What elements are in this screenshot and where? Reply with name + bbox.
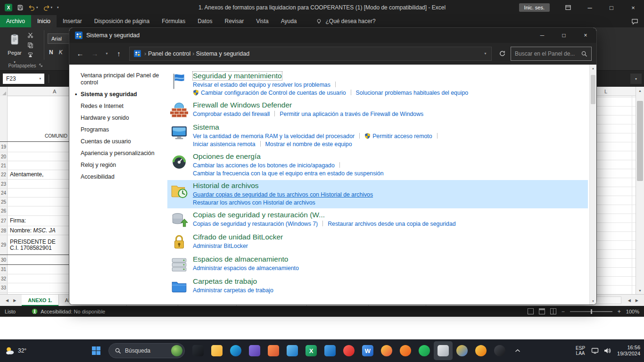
tell-me-box[interactable]: ¿Qué desea hacer? (316, 15, 375, 27)
brave-taskbar-button[interactable] (396, 341, 415, 360)
cell[interactable] (8, 197, 69, 206)
cell[interactable]: Nombre: MSC. JA (8, 226, 69, 235)
maximize-button[interactable]: □ (553, 28, 575, 43)
sidebar-item[interactable]: •Sistema y seguridad (81, 91, 160, 98)
zoom-slider[interactable] (570, 311, 612, 312)
clipboard-dialog-launcher-icon[interactable] (39, 63, 43, 67)
scroll-down-icon[interactable]: ▼ (590, 297, 596, 304)
row-header[interactable]: 27 (0, 216, 8, 226)
name-box-dropdown-icon[interactable]: ▾ (39, 77, 41, 81)
tab-scroll-left-icon[interactable]: ◀ (6, 298, 8, 303)
powerpoint-taskbar-button[interactable] (264, 341, 283, 360)
cell[interactable] (8, 152, 69, 161)
category-title[interactable]: Copias de seguridad y restauración (W... (193, 211, 325, 219)
start-button[interactable] (88, 342, 105, 359)
control-panel-search[interactable] (511, 47, 592, 61)
undo-dropdown-icon[interactable]: ▾ (36, 6, 38, 9)
row-header[interactable]: 24 (0, 189, 8, 197)
minimize-button[interactable]: ─ (531, 28, 553, 43)
row-header[interactable]: 31 (0, 265, 8, 274)
breadcrumb-item[interactable]: Sistema y seguridad (196, 50, 249, 57)
format-painter-icon[interactable] (27, 52, 33, 58)
italic-button[interactable]: K (59, 49, 63, 56)
redo-icon[interactable]: ▾ (43, 4, 53, 11)
address-bar[interactable]: › Panel de control › Sistema y seguridad… (129, 47, 492, 61)
task-link[interactable]: Cambiar la frecuencia con la que el equi… (193, 170, 384, 177)
file-explorer-taskbar-button[interactable] (207, 341, 226, 360)
edge-taskbar-button[interactable] (226, 341, 245, 360)
task-link[interactable]: Restaurar archivos desde una copia de se… (328, 221, 455, 227)
minimize-button[interactable]: ─ (579, 0, 601, 15)
excel-app-icon[interactable]: X (5, 4, 12, 11)
cell[interactable] (8, 206, 69, 215)
category-title[interactable]: Sistema (193, 123, 219, 132)
chrome-beta-taskbar-button[interactable] (471, 341, 490, 360)
onedrive-taskbar-button[interactable] (321, 341, 339, 360)
task-link[interactable]: Solucionar problemas habituales del equi… (356, 90, 469, 96)
category-title[interactable]: Historial de archivos (193, 181, 259, 190)
content-scrollbar[interactable]: ▲ ▼ (589, 65, 596, 304)
category-title[interactable]: Seguridad y mantenimiento (193, 72, 282, 80)
name-box[interactable]: F23 ▾ (3, 74, 44, 84)
zoom-level[interactable]: 100% (626, 309, 639, 314)
ribbon-tab-revisar[interactable]: Revisar (219, 15, 250, 27)
task-link[interactable]: Comprobar estado del firewall (193, 111, 270, 117)
forward-button[interactable]: → (89, 48, 101, 60)
scroll-thumb[interactable] (591, 75, 595, 104)
ribbon-tab-datos[interactable]: Datos (191, 15, 218, 27)
category-title[interactable]: Firewall de Windows Defender (193, 101, 292, 109)
vertical-scrollbar[interactable]: ▲ ▼ (636, 87, 644, 294)
column-header-l[interactable]: L (604, 87, 607, 96)
taskbar-search[interactable]: Búsqueda (108, 343, 185, 358)
cell[interactable] (8, 142, 69, 152)
search-input[interactable] (515, 50, 578, 57)
row-header[interactable]: 19 (0, 142, 8, 152)
task-link[interactable]: Revisar el estado del equipo y resolver … (193, 82, 330, 88)
accessibility-status[interactable]: Accesibilidad: No disponible (32, 308, 105, 314)
page-break-view-icon[interactable] (550, 308, 556, 314)
chrome-taskbar-button[interactable] (453, 341, 471, 360)
scroll-down-icon[interactable]: ▼ (636, 287, 644, 294)
ribbon-tab-archivo[interactable]: Archivo (0, 15, 31, 27)
ribbon-tab-insertar[interactable]: Insertar (57, 15, 88, 27)
cut-icon[interactable] (27, 32, 33, 38)
cell[interactable] (8, 265, 69, 274)
snipping-tool-taskbar-button[interactable] (434, 341, 453, 360)
zoom-in-icon[interactable]: + (618, 308, 621, 315)
opera-taskbar-button[interactable] (339, 341, 358, 360)
task-link[interactable]: Administrar BitLocker (193, 243, 248, 249)
row-header[interactable]: 33 (0, 283, 8, 292)
customize-quick-access-icon[interactable]: ▾ (57, 6, 59, 9)
page-layout-view-icon[interactable] (539, 308, 545, 314)
cell[interactable] (8, 283, 69, 292)
close-button[interactable]: × (622, 0, 644, 15)
category-title[interactable]: Espacios de almacenamiento (193, 255, 288, 263)
cell[interactable] (8, 255, 69, 264)
task-link[interactable]: Iniciar asistencia remota (193, 141, 256, 148)
task-link[interactable]: Permitir acceso remoto (364, 133, 432, 140)
task-link[interactable]: Ver la cantidad de memoria RAM y la velo… (193, 133, 355, 140)
mail-taskbar-button[interactable] (283, 341, 302, 360)
recent-pages-icon[interactable]: ▼ (103, 48, 110, 60)
ribbon-tab-fórmulas[interactable]: Fórmulas (156, 15, 191, 27)
excel-taskbar-button[interactable]: X (302, 341, 321, 360)
row-header[interactable]: 25 (0, 197, 8, 206)
sheet-tab[interactable]: ANEXO 1. (22, 295, 58, 306)
row-header[interactable]: 22 (0, 170, 8, 179)
row-header[interactable]: 23 (0, 180, 8, 188)
ribbon-tab-ayuda[interactable]: Ayuda (275, 15, 303, 27)
task-link[interactable]: Administrar espacios de almacenamiento (193, 265, 299, 272)
search-icon[interactable] (581, 50, 587, 57)
weather-widget[interactable]: 32° (5, 339, 26, 362)
sidebar-item[interactable]: Programas (81, 126, 160, 133)
control-panel-titlebar[interactable]: Sistema y seguridad ─ □ × (69, 28, 596, 43)
paste-button[interactable]: Pegar ▾ (4, 30, 25, 66)
row-header[interactable]: 28 (0, 226, 8, 235)
back-button[interactable]: ← (74, 48, 86, 60)
scroll-left-icon[interactable]: ◀ (628, 298, 631, 303)
vertical-scroll-thumb[interactable] (637, 101, 643, 181)
hidden-icons-chevron[interactable] (513, 345, 522, 357)
address-dropdown-icon[interactable]: ▼ (484, 52, 487, 55)
undo-icon[interactable]: ▾ (28, 4, 38, 11)
maximize-button[interactable]: □ (601, 0, 622, 15)
